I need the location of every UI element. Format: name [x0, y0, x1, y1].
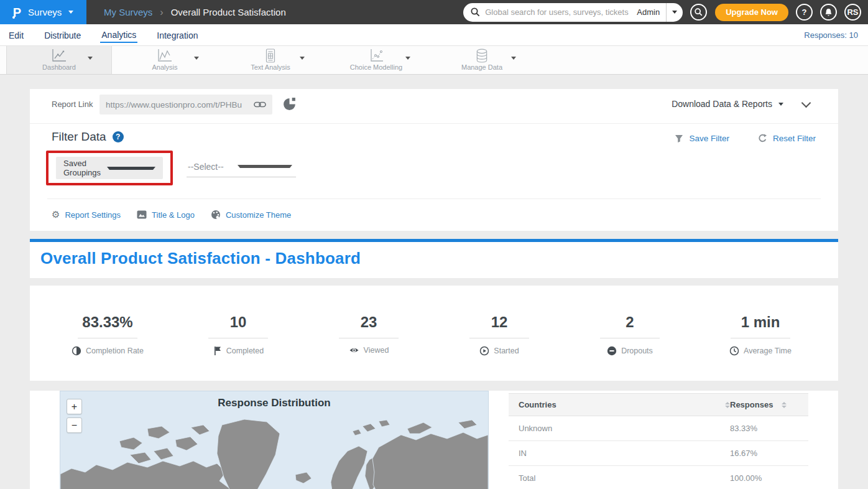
filter-help-icon[interactable]: ? [113, 131, 124, 142]
stat-viewed: 23 Viewed [303, 286, 434, 381]
divider [208, 338, 268, 338]
toolbar-manage-data[interactable]: Manage Data [429, 46, 535, 74]
gear-icon: ⚙ [52, 209, 60, 220]
divider [600, 338, 660, 338]
search-scope-dropdown[interactable] [667, 3, 683, 22]
table-row: Total 100.00% [509, 466, 808, 489]
countries-table-header: Countries Responses [509, 393, 808, 416]
choice-modelling-icon [368, 49, 384, 63]
stat-dropouts: 2 Dropouts [565, 286, 695, 381]
chevron-down-icon [68, 11, 73, 14]
help-button[interactable]: ? [796, 4, 813, 21]
search-button[interactable] [690, 4, 707, 21]
chevron-down-icon[interactable] [511, 57, 516, 60]
dashboard-chart-icon [51, 49, 67, 63]
map-title: Response Distribution [60, 397, 488, 409]
filter-data-title: Filter Data [52, 130, 106, 144]
clock-icon [729, 346, 739, 356]
breadcrumb-current-page: Overall Product Satisfaction [171, 7, 286, 17]
analytics-toolbar: Dashboard Analysis Text Analysis Choice … [0, 46, 868, 75]
world-map[interactable] [60, 415, 488, 489]
distribution-card: Response Distribution + − [30, 391, 838, 489]
saved-groupings-select[interactable]: Saved Groupings [56, 157, 163, 179]
column-countries[interactable]: Countries [519, 400, 730, 409]
stat-completion-rate: 83.33% Completion Rate [42, 286, 173, 381]
reset-icon [758, 134, 767, 143]
zoom-in-button[interactable]: + [67, 399, 82, 414]
eye-icon [349, 346, 359, 355]
text-analysis-icon [265, 49, 276, 63]
minus-circle-icon [607, 346, 617, 356]
notifications-button[interactable] [820, 4, 837, 21]
topbar-actions: Admin Upgrade Now ? RS [463, 3, 861, 22]
column-responses[interactable]: Responses [730, 400, 798, 409]
sort-icon[interactable] [725, 402, 730, 408]
chevron-down-icon[interactable] [405, 57, 410, 60]
question-mark-icon: ? [802, 7, 807, 17]
breadcrumb: My Surveys › Overall Product Satisfactio… [104, 7, 286, 18]
play-circle-icon [479, 346, 489, 356]
sort-icon[interactable] [782, 402, 787, 408]
palette-icon [211, 210, 221, 220]
toolbar-dashboard[interactable]: Dashboard [6, 46, 112, 74]
avatar[interactable]: RS [844, 4, 861, 21]
surveys-menu[interactable]: P Surveys [0, 0, 86, 24]
image-icon [137, 210, 147, 219]
collapse-panel-chevron-icon[interactable] [801, 98, 811, 108]
report-link-label: Report Link [52, 100, 93, 109]
analysis-chart-icon [157, 49, 173, 63]
chevron-down-icon[interactable] [194, 57, 199, 60]
upgrade-now-button[interactable]: Upgrade Now [715, 4, 788, 21]
table-row: Unknown 83.33% [509, 416, 808, 441]
toolbar-choice-modelling[interactable]: Choice Modelling [323, 46, 429, 74]
title-logo-button[interactable]: Title & Logo [137, 210, 195, 220]
divider [339, 338, 399, 338]
annotation-box: Saved Groupings [46, 151, 173, 185]
stat-started: 12 Started [434, 286, 565, 381]
chevron-down-icon [107, 167, 155, 170]
countries-table: Countries Responses Unknown 83.33% IN 16… [509, 393, 808, 489]
section-tabs: Edit Distribute Analytics Integration Re… [0, 24, 868, 46]
divider [30, 123, 838, 124]
toolbar-analysis[interactable]: Analysis [112, 46, 218, 74]
global-search-input[interactable] [485, 7, 630, 17]
stats-card: 83.33% Completion Rate 10 Completed 23 V… [30, 286, 838, 381]
chevron-down-icon[interactable] [88, 57, 93, 60]
dashboard-title-card: Overall Product Satisfaction - Dashboard [30, 242, 838, 278]
report-settings-button[interactable]: ⚙ Report Settings [52, 209, 121, 220]
report-link-field[interactable]: https://www.questionpro.com/t/PHBu [99, 95, 272, 114]
tab-distribute[interactable]: Distribute [43, 28, 82, 42]
reset-filter-button[interactable]: Reset Filter [758, 134, 816, 143]
tab-integration[interactable]: Integration [155, 28, 199, 42]
divider [47, 198, 821, 199]
customize-theme-button[interactable]: Customize Theme [211, 210, 291, 220]
stat-completed: 10 Completed [173, 286, 303, 381]
stat-average-time: 1 min Average Time [695, 286, 826, 381]
filter-criteria-select[interactable]: --Select-- [187, 156, 296, 177]
tab-analytics[interactable]: Analytics [100, 27, 137, 43]
responses-count[interactable]: Responses: 10 [804, 30, 858, 40]
search-scope-label: Admin [630, 3, 667, 22]
divider [731, 338, 790, 338]
dashboard-title: Overall Product Satisfaction - Dashboard [40, 249, 361, 268]
toolbar-text-analysis[interactable]: Text Analysis [218, 46, 323, 74]
top-bar: P Surveys My Surveys › Overall Product S… [0, 0, 868, 24]
product-name: Surveys [28, 7, 62, 17]
report-filter-card: Report Link https://www.questionpro.com/… [30, 89, 838, 231]
breadcrumb-separator-icon: › [160, 7, 163, 18]
funnel-icon [675, 134, 683, 143]
table-row: IN 16.67% [509, 441, 808, 466]
divider [78, 338, 137, 338]
chevron-down-icon[interactable] [300, 57, 305, 60]
questionpro-logo-icon: P [13, 6, 21, 19]
link-icon [254, 101, 266, 108]
response-distribution-map[interactable]: Response Distribution + − [60, 391, 489, 489]
breadcrumb-my-surveys[interactable]: My Surveys [104, 7, 152, 17]
chevron-down-icon [238, 165, 292, 168]
download-data-reports-menu[interactable]: Download Data & Reports [672, 99, 783, 109]
tab-edit[interactable]: Edit [7, 28, 25, 42]
save-filter-button[interactable]: Save Filter [675, 134, 729, 143]
half-circle-icon [72, 346, 81, 356]
live-report-icon[interactable] [282, 97, 297, 111]
flag-icon [213, 346, 222, 356]
